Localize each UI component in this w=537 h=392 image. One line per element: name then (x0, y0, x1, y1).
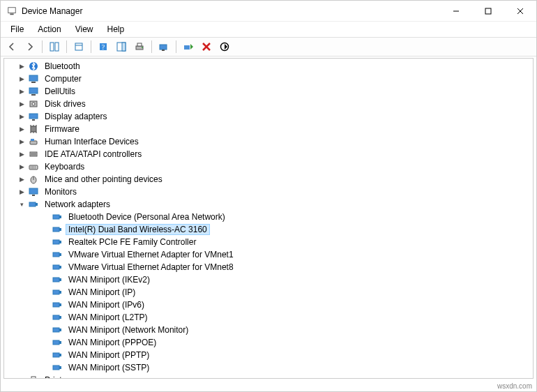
toolbar-separator (151, 40, 152, 53)
device-label: WAN Miniport (L2TP) (66, 312, 151, 323)
menu-help[interactable]: Help (102, 23, 130, 36)
chevron-right-icon[interactable]: ▶ (17, 124, 27, 134)
monitor-icon (28, 186, 39, 197)
print-button[interactable] (131, 39, 148, 54)
chevron-right-icon[interactable]: ▶ (17, 137, 27, 146)
chevron-right-icon[interactable]: ▶ (17, 61, 27, 71)
device-wan-pptp[interactable]: ▶ WAN Miniport (PPTP) (4, 349, 533, 361)
properties-button[interactable] (70, 39, 87, 54)
back-button[interactable] (3, 39, 20, 54)
network-adapter-icon (52, 249, 63, 260)
category-label: Disk drives (42, 98, 89, 110)
category-label: DellUtils (42, 86, 78, 97)
category-keyboards[interactable]: ▶ Keyboards (4, 160, 533, 173)
svg-rect-62 (59, 266, 61, 269)
watermark: wsxdn.com (497, 382, 532, 390)
chevron-right-icon[interactable]: ▶ (17, 375, 27, 379)
update-driver-button[interactable] (180, 39, 197, 54)
device-vmnet1[interactable]: ▶ VMware Virtual Ethernet Adapter for VM… (4, 248, 533, 261)
device-tree-panel[interactable]: ▶ Bluetooth ▶ Computer ▶ DellUtils ▶ Dis… (3, 58, 534, 379)
device-wan-l2tp[interactable]: ▶ WAN Miniport (L2TP) (4, 311, 533, 324)
close-button[interactable] (504, 1, 536, 21)
disable-device-button[interactable] (216, 39, 233, 54)
device-wan-ip[interactable]: ▶ WAN Miniport (IP) (4, 286, 533, 299)
category-diskdrives[interactable]: ▶ Disk drives (4, 98, 533, 110)
category-dellutils[interactable]: ▶ DellUtils (4, 85, 533, 98)
uninstall-device-button[interactable] (198, 39, 215, 54)
computer-icon (28, 73, 39, 84)
category-computer[interactable]: ▶ Computer (4, 73, 533, 85)
scan-hardware-button[interactable] (156, 39, 172, 54)
svg-rect-77 (53, 365, 59, 370)
device-label: WAN Miniport (SSTP) (66, 362, 152, 373)
svg-rect-26 (29, 88, 38, 93)
svg-rect-41 (30, 152, 37, 156)
minimize-button[interactable] (440, 1, 472, 21)
computer-icon (28, 86, 39, 97)
category-monitors[interactable]: ▶ Monitors (4, 186, 533, 198)
svg-rect-27 (31, 94, 36, 96)
svg-rect-76 (59, 354, 61, 356)
network-adapter-icon (52, 211, 63, 223)
svg-rect-30 (29, 114, 38, 119)
category-printqueues[interactable]: ▶ Print queues (4, 374, 533, 379)
device-intel-wireless[interactable]: ▶ Intel(R) Dual Band Wireless-AC 3160 (4, 223, 533, 236)
category-mice[interactable]: ▶ Mice and other pointing devices (4, 173, 533, 186)
network-adapter-icon (52, 337, 63, 348)
chevron-right-icon[interactable]: ▶ (17, 99, 27, 109)
device-wan-pppoe[interactable]: ▶ WAN Miniport (PPPOE) (4, 336, 533, 349)
category-bluetooth[interactable]: ▶ Bluetooth (4, 60, 533, 73)
category-label: Mice and other pointing devices (42, 174, 165, 185)
network-adapter-icon (52, 262, 63, 273)
device-wan-sstp[interactable]: ▶ WAN Miniport (SSTP) (4, 361, 533, 374)
network-adapter-icon (52, 274, 63, 285)
svg-text:?: ? (102, 43, 105, 51)
network-adapter-icon (52, 362, 63, 373)
svg-rect-66 (59, 291, 61, 294)
device-wan-monitor[interactable]: ▶ WAN Miniport (Network Monitor) (4, 324, 533, 336)
chevron-right-icon[interactable]: ▶ (17, 86, 27, 96)
chevron-right-icon[interactable]: ▶ (17, 149, 27, 159)
network-adapter-icon (52, 312, 63, 323)
action-pane-button[interactable] (113, 39, 130, 54)
device-vmnet8[interactable]: ▶ VMware Virtual Ethernet Adapter for VM… (4, 261, 533, 273)
menu-view[interactable]: View (70, 23, 99, 36)
device-wan-ipv6[interactable]: ▶ WAN Miniport (IPv6) (4, 299, 533, 311)
device-label: WAN Miniport (IPv6) (66, 299, 147, 310)
category-display[interactable]: ▶ Display adapters (4, 110, 533, 123)
category-ide[interactable]: ▶ IDE ATA/ATAPI controllers (4, 148, 533, 160)
svg-point-16 (142, 47, 143, 48)
svg-rect-78 (59, 366, 61, 369)
ide-icon (28, 149, 39, 160)
device-realtek[interactable]: ▶ Realtek PCIe FE Family Controller (4, 236, 533, 248)
menu-action[interactable]: Action (32, 23, 66, 36)
category-hid[interactable]: ▶ Human Interface Devices (4, 135, 533, 148)
show-hide-tree-button[interactable] (46, 39, 63, 54)
category-firmware[interactable]: ▶ Firmware (4, 123, 533, 135)
toolbar-separator (176, 40, 176, 53)
device-bluetooth-pan[interactable]: ▶ Bluetooth Device (Personal Area Networ… (4, 211, 533, 223)
help-button[interactable]: ? (95, 39, 112, 54)
menu-file[interactable]: File (5, 23, 29, 36)
svg-rect-59 (53, 252, 59, 257)
chevron-right-icon[interactable]: ▶ (17, 112, 27, 121)
hid-icon (28, 136, 39, 147)
chevron-right-icon[interactable]: ▶ (17, 162, 27, 172)
svg-rect-70 (59, 316, 61, 319)
category-label: Monitors (42, 186, 80, 197)
chevron-right-icon[interactable]: ▶ (17, 187, 27, 197)
device-wan-ikev2[interactable]: ▶ WAN Miniport (IKEv2) (4, 273, 533, 286)
chevron-right-icon[interactable]: ▶ (17, 174, 27, 184)
network-adapter-icon (52, 349, 63, 361)
chevron-right-icon[interactable]: ▶ (17, 74, 27, 84)
svg-rect-19 (184, 45, 190, 50)
svg-rect-44 (29, 165, 38, 169)
svg-rect-80 (31, 377, 36, 379)
maximize-button[interactable] (472, 1, 504, 21)
device-label: Intel(R) Dual Band Wireless-AC 3160 (66, 224, 210, 235)
firmware-icon (28, 123, 39, 135)
chevron-down-icon[interactable]: ▾ (17, 199, 27, 209)
forward-button[interactable] (22, 39, 38, 54)
category-network-adapters[interactable]: ▾ Network adapters (4, 198, 533, 211)
device-tree: ▶ Bluetooth ▶ Computer ▶ DellUtils ▶ Dis… (4, 59, 533, 379)
